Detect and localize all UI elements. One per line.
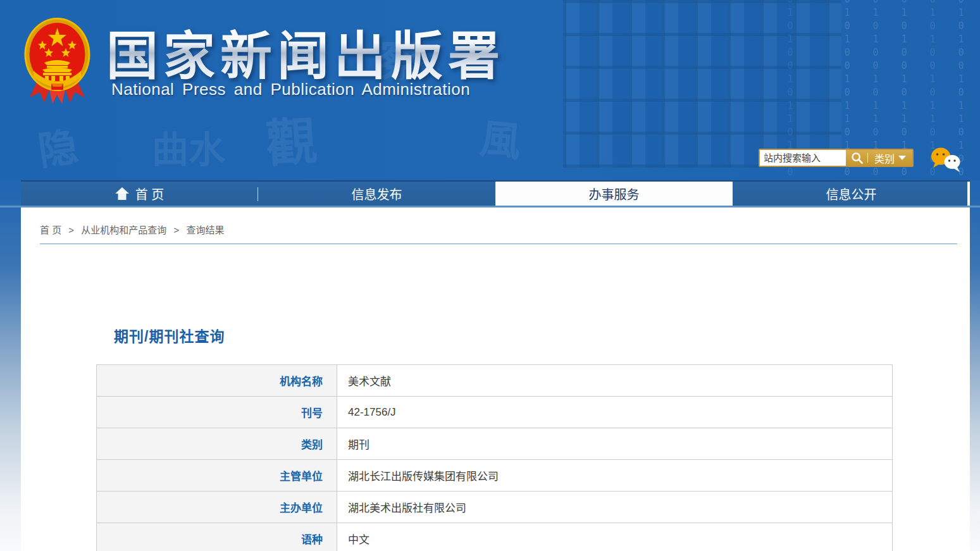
calligraphy-watermark: 風 [478,106,524,168]
table-row: 类别 期刊 [97,428,893,460]
site-title: 国家新闻出版署 [106,14,549,89]
calligraphy-watermark: 曲水 [152,120,225,173]
category-label: 类别 [874,151,895,166]
nav-item-label: 信息公开 [826,185,877,203]
table-row: 机构名称 美术文献 [97,365,893,397]
row-value: 湖北长江出版传媒集团有限公司 [337,460,893,492]
breadcrumb-query[interactable]: 从业机构和产品查询 [81,225,166,235]
breadcrumb: 首 页 > 从业机构和产品查询 > 查询结果 [40,223,224,236]
table-row: 语种 中文 [97,523,893,551]
breadcrumb-divider [40,244,957,244]
row-label: 主办单位 [97,492,337,523]
page-title: 期刊/期刊社查询 [114,325,225,346]
nav-item-label: 信息发布 [352,185,402,203]
nav-item-services[interactable]: 办事服务 [495,182,733,206]
nav-item-label: 办事服务 [589,185,640,203]
magnifier-icon [851,152,863,164]
site-subtitle: National Press and Publication Administr… [111,80,470,99]
calligraphy-watermark: 觀 [263,99,319,176]
site-search-bar: 类别 [759,149,914,167]
nav-item-info-release[interactable]: 信息发布 [258,182,495,206]
wechat-icon [930,146,963,174]
breadcrumb-home[interactable]: 首 页 [40,225,61,235]
nav-end-bar [967,182,970,206]
row-label: 机构名称 [97,365,337,397]
row-label: 语种 [97,523,337,551]
row-value: 42-1756/J [337,397,893,428]
wechat-share-button[interactable] [930,146,963,174]
breadcrumb-separator: > [173,225,179,235]
table-row: 刊号 42-1756/J [97,397,893,428]
category-dropdown[interactable]: 类别 [868,150,912,166]
content-panel: 首 页 > 从业机构和产品查询 > 查询结果 期刊/期刊社查询 机构名称 美术文… [21,207,970,551]
table-row: 主管单位 湖北长江出版传媒集团有限公司 [97,460,893,492]
row-label: 类别 [97,428,337,460]
calligraphy-watermark: 隐 [34,115,81,176]
row-value: 湖北美术出版社有限公司 [337,492,893,523]
caret-down-icon [898,156,906,160]
row-value: 期刊 [337,428,893,460]
nav-item-label: 首 页 [135,185,164,203]
national-emblem-logo [23,15,91,106]
page: 觀 察 風 曲水 隐 01010010110100101011010010101… [0,0,980,551]
seal-grid-texture [563,0,841,168]
nav-item-home[interactable]: 首 页 [21,182,258,206]
table-row: 主办单位 湖北美术出版社有限公司 [97,492,893,523]
main-navigation: 首 页 信息发布 办事服务 信息公开 [21,180,970,206]
home-icon [115,187,129,200]
breadcrumb-result: 查询结果 [186,225,224,235]
journal-info-table: 机构名称 美术文献 刊号 42-1756/J 类别 期刊 主管单位 湖北长江出版… [96,364,893,551]
row-label: 刊号 [97,397,337,428]
row-label: 主管单位 [97,460,337,492]
row-value: 中文 [337,523,893,551]
nav-item-info-disclosure[interactable]: 信息公开 [733,182,970,206]
row-value: 美术文献 [337,365,893,397]
search-input[interactable] [760,150,846,166]
search-button[interactable] [846,150,867,166]
breadcrumb-separator: > [68,225,74,235]
